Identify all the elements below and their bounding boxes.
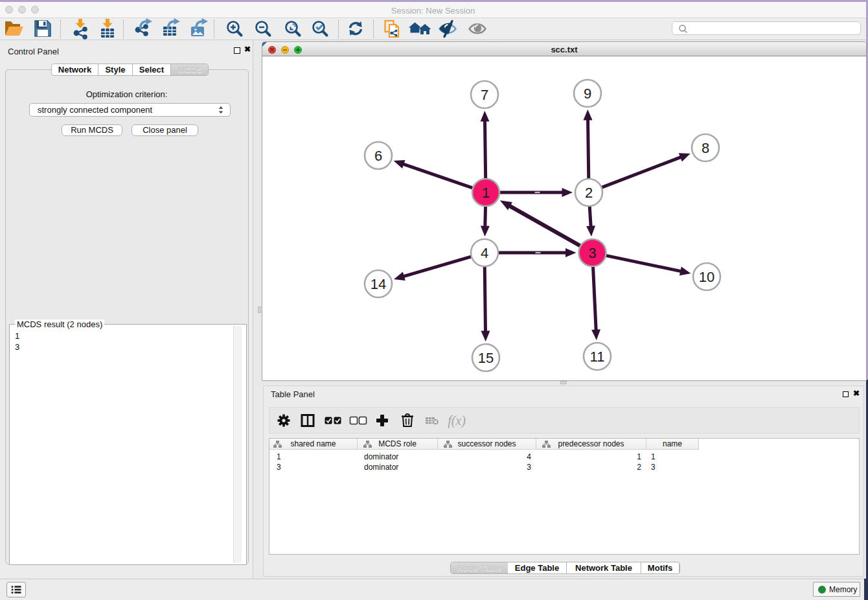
svg-text:3: 3 <box>588 245 596 261</box>
svg-text:6: 6 <box>374 148 382 164</box>
svg-text:4: 4 <box>481 245 488 261</box>
svg-text:15: 15 <box>478 350 494 366</box>
svg-text:11: 11 <box>590 349 605 365</box>
svg-text:14: 14 <box>371 276 386 292</box>
svg-text:9: 9 <box>584 86 591 102</box>
svg-text:8: 8 <box>702 140 709 156</box>
svg-text:7: 7 <box>481 87 488 103</box>
svg-text:2: 2 <box>585 185 593 201</box>
svg-text:10: 10 <box>699 269 714 285</box>
svg-text:1: 1 <box>482 185 490 201</box>
svg-text:f(x): f(x) <box>448 413 466 428</box>
